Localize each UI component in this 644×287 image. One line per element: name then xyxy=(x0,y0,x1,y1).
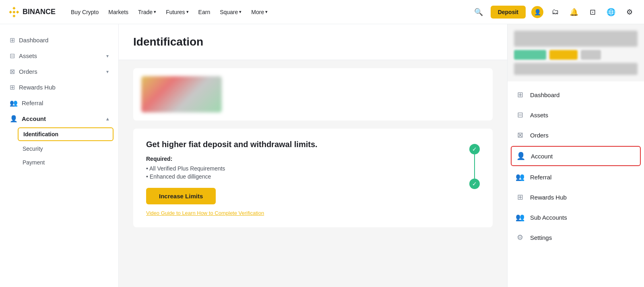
rp-referral-label: Referral xyxy=(530,174,551,181)
rp-item-dashboard[interactable]: ⊞ Dashboard xyxy=(508,85,644,105)
binance-logo-icon xyxy=(8,6,19,18)
referral-icon: 👥 xyxy=(10,99,18,107)
sidebar-item-dashboard[interactable]: ⊞ Dashboard xyxy=(0,32,118,48)
main-content: Identification Get higher fiat deposit a… xyxy=(119,24,507,287)
profile-section xyxy=(133,68,493,121)
sidebar-label-referral: Referral xyxy=(22,100,109,106)
nav-links: Buy Crypto Markets Trade ▾ Futures ▾ Ear… xyxy=(67,6,472,18)
account-icon: 👤 xyxy=(10,115,18,123)
profile-blurred-image xyxy=(141,76,222,112)
rp-orders-icon: ⊠ xyxy=(516,131,524,139)
rp-item-settings[interactable]: ⚙ Settings xyxy=(508,227,644,247)
rp-item-assets[interactable]: ⊟ Assets xyxy=(508,105,644,125)
identification-label: Identification xyxy=(23,131,58,137)
ver-required-label: Required: xyxy=(146,156,453,162)
sidebar-label-orders: Orders xyxy=(19,68,102,75)
page-title: Identification xyxy=(133,35,493,48)
sidebar-subitem-payment[interactable]: Payment xyxy=(0,156,118,169)
rp-chip-yellow xyxy=(549,50,578,60)
rp-item-referral[interactable]: 👥 Referral xyxy=(508,167,644,187)
rp-blurred-header xyxy=(508,24,644,81)
svg-rect-2 xyxy=(16,10,19,13)
rp-item-orders[interactable]: ⊠ Orders xyxy=(508,125,644,145)
sidebar-item-rewards[interactable]: ⊞ Rewards Hub xyxy=(0,79,118,95)
deposit-button[interactable]: Deposit xyxy=(491,6,526,19)
nav-trade[interactable]: Trade ▾ xyxy=(134,6,160,18)
rewards-icon: ⊞ xyxy=(10,83,15,91)
page-layout: ⊞ Dashboard ⊟ Assets ▾ ⊠ Orders ▾ ⊞ Rewa… xyxy=(0,24,644,287)
payment-label: Payment xyxy=(23,159,45,166)
svg-rect-0 xyxy=(12,6,15,9)
ver-check-1: ✓ xyxy=(469,144,480,154)
sidebar: ⊞ Dashboard ⊟ Assets ▾ ⊠ Orders ▾ ⊞ Rewa… xyxy=(0,24,119,287)
sidebar-item-referral[interactable]: 👥 Referral xyxy=(0,95,118,111)
sidebar-subitem-identification[interactable]: Identification xyxy=(18,127,114,141)
rp-item-account[interactable]: 👤 Account xyxy=(511,146,641,166)
sidebar-label-rewards: Rewards Hub xyxy=(19,84,109,91)
nav-right-actions: 🔍 Deposit 👤 🗂 🔔 ⊡ 🌐 ⚙ xyxy=(472,6,636,19)
top-navigation: BINANCE Buy Crypto Markets Trade ▾ Futur… xyxy=(0,0,644,24)
globe-icon[interactable]: 🌐 xyxy=(605,6,617,19)
rp-blur-uid xyxy=(514,63,638,75)
orders-chevron-icon: ▾ xyxy=(106,69,109,75)
bell-icon[interactable]: 🔔 xyxy=(568,6,580,19)
rp-blur-name xyxy=(514,31,638,47)
nav-square[interactable]: Square ▾ xyxy=(216,6,246,18)
settings-icon[interactable]: ⚙ xyxy=(623,6,636,19)
rp-assets-label: Assets xyxy=(530,112,548,119)
ver-requirements-list: All Verified Plus Requirements Enhanced … xyxy=(146,165,453,180)
rp-item-sub-accounts[interactable]: 👥 Sub Accounts xyxy=(508,207,644,227)
nav-markets[interactable]: Markets xyxy=(104,6,132,18)
rp-orders-label: Orders xyxy=(530,132,549,139)
nav-more[interactable]: More ▾ xyxy=(247,6,272,18)
rp-menu: ⊞ Dashboard ⊟ Assets ⊠ Orders 👤 Account … xyxy=(508,81,644,287)
sidebar-item-orders[interactable]: ⊠ Orders ▾ xyxy=(0,64,118,79)
sidebar-label-account: Account xyxy=(22,115,102,122)
sidebar-label-dashboard: Dashboard xyxy=(19,37,109,44)
rp-assets-icon: ⊟ xyxy=(516,110,524,119)
sidebar-item-account[interactable]: 👤 Account ▴ xyxy=(0,111,118,127)
page-header: Identification xyxy=(119,24,507,60)
logo[interactable]: BINANCE xyxy=(8,6,56,18)
sidebar-label-assets: Assets xyxy=(19,52,102,59)
search-icon[interactable]: 🔍 xyxy=(472,6,485,19)
sidebar-subitem-security[interactable]: Security xyxy=(0,142,118,156)
ver-req-2: Enhanced due dilligence xyxy=(146,173,453,180)
ver-req-1: All Verified Plus Requirements xyxy=(146,165,453,172)
rp-account-icon: 👤 xyxy=(516,152,525,160)
rp-dashboard-label: Dashboard xyxy=(530,92,559,98)
verification-card: Get higher fiat deposit and withdrawal l… xyxy=(133,129,493,227)
rp-rewards-icon: ⊞ xyxy=(516,193,524,202)
assets-chevron-icon: ▾ xyxy=(106,53,109,59)
nav-futures[interactable]: Futures ▾ xyxy=(162,6,192,18)
rp-settings-label: Settings xyxy=(530,234,552,241)
ver-content: Get higher fiat deposit and withdrawal l… xyxy=(146,140,453,216)
content-body: Get higher fiat deposit and withdrawal l… xyxy=(119,60,507,235)
nav-buy-crypto[interactable]: Buy Crypto xyxy=(67,6,103,18)
increase-limits-button[interactable]: Increase Limits xyxy=(146,188,216,204)
orders-icon[interactable]: ⊡ xyxy=(586,6,599,19)
rp-dashboard-icon: ⊞ xyxy=(516,90,524,99)
ver-check-2: ✓ xyxy=(469,179,480,189)
rp-sub-accounts-icon: 👥 xyxy=(516,213,524,222)
user-avatar[interactable]: 👤 xyxy=(531,6,543,18)
rp-settings-icon: ⚙ xyxy=(516,233,524,242)
rp-sub-accounts-label: Sub Accounts xyxy=(530,214,567,221)
svg-rect-4 xyxy=(12,10,15,13)
ver-line-1 xyxy=(474,154,475,179)
rp-item-rewards[interactable]: ⊞ Rewards Hub xyxy=(508,187,644,207)
rp-blur-chips xyxy=(514,50,638,60)
logo-text: BINANCE xyxy=(23,8,56,16)
nav-earn[interactable]: Earn xyxy=(194,6,215,18)
sidebar-item-assets[interactable]: ⊟ Assets ▾ xyxy=(0,48,118,64)
right-panel-dropdown: ⊞ Dashboard ⊟ Assets ⊠ Orders 👤 Account … xyxy=(507,24,644,287)
wallet-icon[interactable]: 🗂 xyxy=(549,6,562,19)
rp-rewards-label: Rewards Hub xyxy=(530,194,567,201)
svg-rect-1 xyxy=(9,10,12,13)
security-label: Security xyxy=(23,146,43,152)
video-guide-link[interactable]: Video Guide to Learn How to Complete Ver… xyxy=(146,210,453,216)
account-chevron-icon: ▴ xyxy=(106,116,109,122)
assets-icon: ⊟ xyxy=(10,52,15,60)
orders-sidebar-icon: ⊠ xyxy=(10,68,15,75)
rp-chip-gray xyxy=(581,50,601,60)
